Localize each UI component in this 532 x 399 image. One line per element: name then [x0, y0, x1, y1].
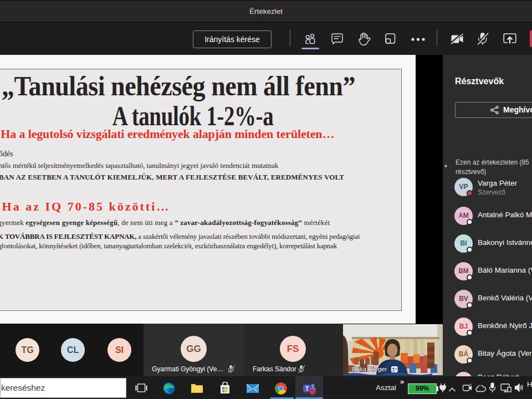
svg-text:Erika Rieger: Erika Rieger — [352, 366, 387, 372]
svg-text:T: T — [305, 386, 309, 392]
